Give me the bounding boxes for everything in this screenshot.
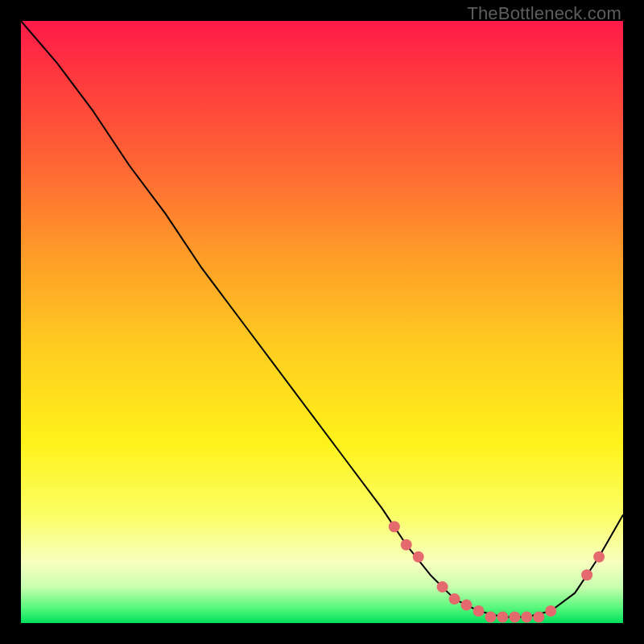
highlight-dot [545,605,556,617]
highlight-dots [389,521,605,622]
highlight-dot [413,551,424,563]
highlight-dot [533,612,544,623]
highlight-dot [485,612,496,623]
chart-frame: TheBottleneck.com [0,0,644,644]
curve-svg [21,21,623,623]
highlight-dot [581,569,592,580]
highlight-dot [521,612,532,623]
plot-area [21,21,623,623]
highlight-dot [497,612,508,623]
highlight-dot [449,593,460,605]
highlight-dot [401,539,412,551]
highlight-dot [593,551,605,563]
bottleneck-curve [21,21,623,617]
highlight-dot [389,521,400,532]
highlight-dot [461,600,473,611]
highlight-dot [437,581,448,592]
highlight-dot [473,605,485,617]
highlight-dot [509,612,520,623]
